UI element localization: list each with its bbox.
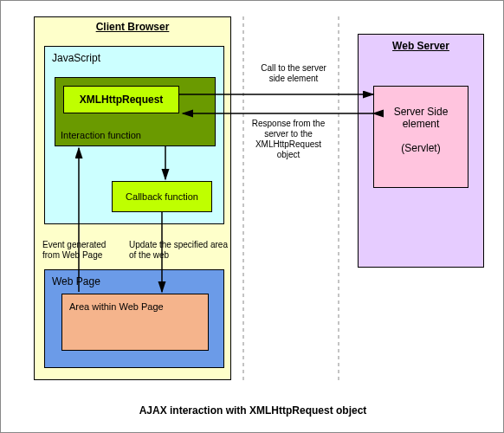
xmlhttprequest-label: XMLHttpRequest: [80, 94, 164, 106]
web-page-area-box: Area within Web Page: [61, 294, 209, 351]
client-browser-title: Client Browser: [35, 21, 230, 33]
interaction-function-label: Interaction function: [61, 130, 141, 140]
javascript-title: JavaScript: [52, 52, 223, 64]
diagram-caption: AJAX interaction with XMLHttpRequest obj…: [1, 404, 504, 417]
server-side-element-box: Server Side element (Servlet): [373, 86, 468, 188]
update-label: Update the specified area of the web: [129, 240, 233, 261]
diagram-canvas: Client Browser JavaScript Interaction fu…: [0, 0, 504, 433]
server-side-element-sub: (Servlet): [374, 142, 468, 154]
callback-function-label: Callback function: [126, 191, 198, 202]
xmlhttprequest-box: XMLHttpRequest: [63, 86, 179, 113]
response-label: Response from the server to the XMLHttpR…: [245, 119, 332, 160]
call-label: Call to the server side element: [259, 63, 328, 84]
callback-function-box: Callback function: [112, 181, 212, 212]
web-page-area-label: Area within Web Page: [69, 301, 165, 312]
web-page-title: Web Page: [52, 275, 223, 288]
server-side-element-label: Server Side element: [374, 106, 468, 130]
event-label: Event generated from Web Page: [42, 240, 125, 261]
web-server-title: Web Server: [359, 40, 483, 52]
